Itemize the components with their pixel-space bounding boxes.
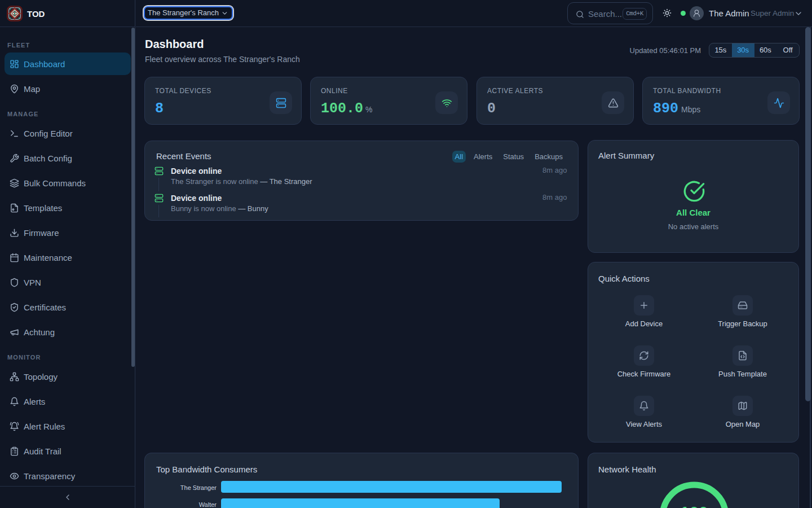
svg-text:100: 100 <box>680 503 708 508</box>
